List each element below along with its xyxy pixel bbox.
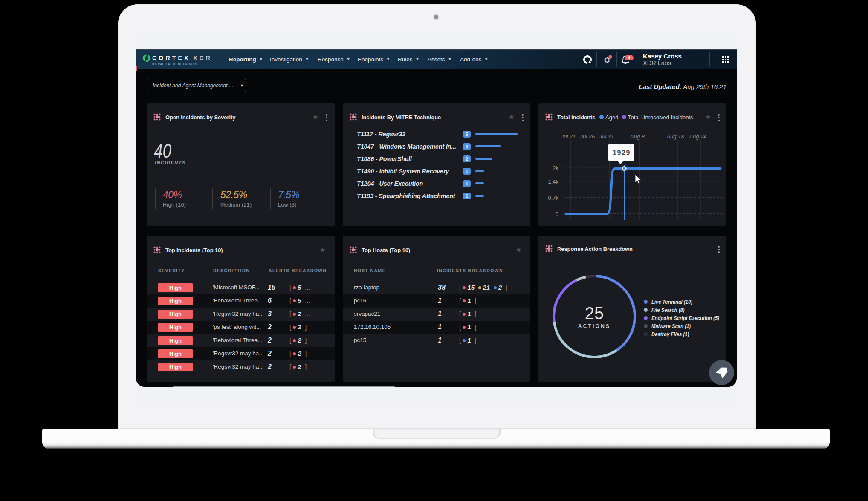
svg-text:1929: 1929	[613, 149, 631, 156]
